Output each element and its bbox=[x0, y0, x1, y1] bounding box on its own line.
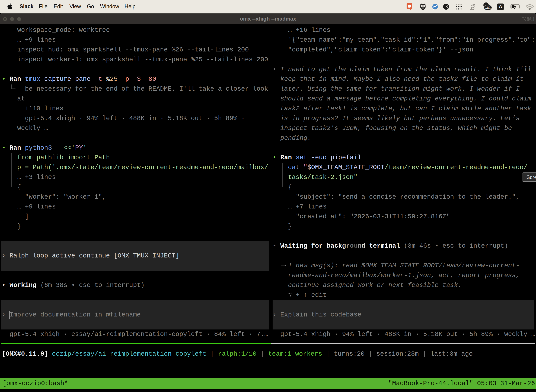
svg-text:1: 1 bbox=[532, 16, 534, 22]
svg-text:..61: ..61 bbox=[485, 6, 491, 9]
